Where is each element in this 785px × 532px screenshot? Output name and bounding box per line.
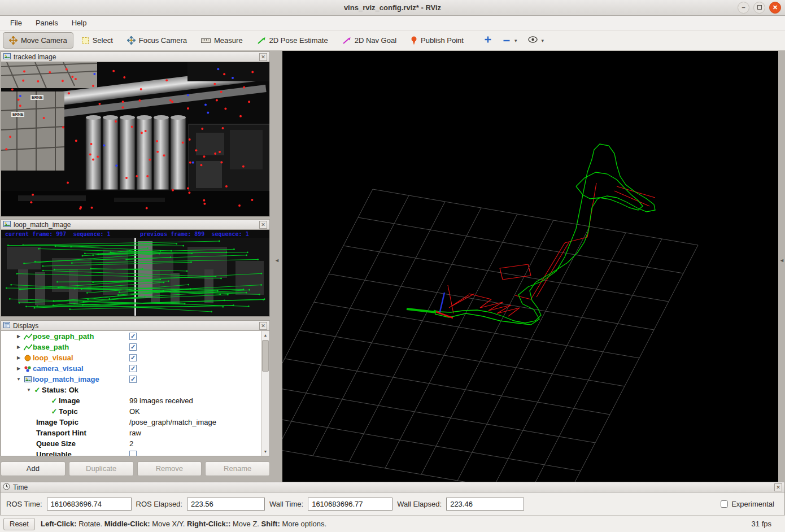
menu-panels[interactable]: Panels: [30, 17, 64, 29]
scroll-down-button[interactable]: ▼: [261, 447, 269, 456]
markers-display-icon: [23, 365, 33, 372]
help-bold: Middle-Click:: [104, 520, 150, 528]
path-display-icon: [23, 344, 33, 351]
wall-time-field[interactable]: [308, 498, 393, 511]
close-panel-button[interactable]: ✕: [774, 483, 782, 491]
expand-arrow-icon[interactable]: ▶: [15, 334, 23, 339]
remove-button[interactable]: Remove: [137, 461, 202, 476]
nav-goal-arrow-icon: [342, 37, 351, 45]
displays-panel: Displays ✕ ▶ pose_graph_path ✓ ▶ base_pa…: [1, 320, 270, 456]
image-display-icon: [23, 376, 33, 382]
scrollbar-thumb[interactable]: [262, 340, 269, 372]
check-icon: ✓: [130, 355, 136, 361]
tool-2d-nav-goal[interactable]: 2D Nav Goal: [336, 32, 403, 49]
queue-size-row[interactable]: Queue Size 2: [1, 438, 252, 449]
tool-move-camera[interactable]: Move Camera: [3, 32, 73, 49]
help-text: Rotate.: [77, 520, 104, 528]
tool-label: Focus Camera: [139, 36, 187, 45]
display-label: pose_graph_path: [33, 332, 94, 341]
display-checkbox[interactable]: ✓: [129, 354, 137, 361]
tool-2d-pose-estimate[interactable]: 2D Pose Estimate: [251, 32, 334, 49]
eye-icon: [528, 36, 538, 45]
display-checkbox[interactable]: ✓: [129, 333, 137, 340]
tool-label: Measure: [214, 36, 243, 45]
ros-time-field[interactable]: [47, 498, 132, 511]
unreliable-row-clipped[interactable]: Unreliable: [1, 449, 252, 456]
property-value[interactable]: raw: [129, 429, 141, 437]
duplicate-button[interactable]: Duplicate: [69, 461, 134, 476]
minimize-icon: –: [742, 4, 745, 11]
collapse-right-panel-button[interactable]: ◄: [779, 258, 784, 263]
help-text: Move Z.: [230, 520, 261, 528]
display-checkbox[interactable]: ✓: [129, 365, 137, 372]
minus-icon: [503, 36, 511, 45]
tool-measure[interactable]: Measure: [195, 32, 249, 49]
viewport-3d[interactable]: [282, 51, 778, 482]
tracked-image-header[interactable]: tracked image ✕: [1, 51, 270, 62]
time-header[interactable]: Time ✕: [0, 482, 785, 492]
experimental-checkbox[interactable]: [721, 500, 728, 508]
check-icon: ✓: [130, 365, 136, 372]
remove-tool-button[interactable]: ▾: [498, 33, 522, 48]
displays-header[interactable]: Displays ✕: [1, 320, 270, 331]
status-topic-row[interactable]: ✓ Topic OK: [1, 406, 252, 417]
expand-arrow-icon[interactable]: ▶: [15, 366, 23, 371]
tool-properties-button[interactable]: ▾: [524, 33, 549, 48]
minimize-button[interactable]: –: [738, 2, 749, 14]
displays-tree: ▶ pose_graph_path ✓ ▶ base_path ✓ ▶ loop…: [1, 331, 270, 456]
property-checkbox[interactable]: [129, 451, 137, 456]
display-label: camera_visual: [33, 364, 84, 373]
display-checkbox[interactable]: ✓: [129, 376, 137, 383]
help-bold: Left-Click:: [41, 520, 77, 528]
transport-hint-row[interactable]: Transport Hint raw: [1, 428, 252, 438]
tool-label: 2D Pose Estimate: [269, 36, 328, 45]
collapse-arrow-icon[interactable]: ▼: [25, 387, 33, 393]
status-row[interactable]: ▼ ✓ Status: Ok: [1, 385, 252, 395]
tool-publish-point[interactable]: Publish Point: [404, 32, 470, 49]
help-bold: Right-Click::: [187, 520, 230, 528]
titlebar[interactable]: vins_rviz_config.rviz* - RViz – ✕: [0, 0, 785, 16]
tracked-image-canvas: [1, 62, 269, 216]
expand-arrow-icon[interactable]: ▶: [15, 355, 23, 360]
close-panel-button[interactable]: ✕: [259, 221, 267, 229]
ros-elapsed-field[interactable]: [187, 498, 265, 511]
rename-button[interactable]: Rename: [205, 461, 270, 476]
status-image-row[interactable]: ✓ Image 99 images received: [1, 395, 252, 406]
viewport-canvas: [282, 51, 778, 482]
displays-buttons: Add Duplicate Remove Rename: [1, 461, 270, 476]
display-row-base-path[interactable]: ▶ base_path ✓: [1, 342, 252, 352]
tracked-image-view: ERNE ERNE: [1, 62, 270, 217]
property-value[interactable]: /pose_graph/match_image: [129, 418, 216, 426]
close-button[interactable]: ✕: [769, 2, 781, 14]
display-checkbox[interactable]: ✓: [129, 343, 137, 351]
display-row-loop-visual[interactable]: ▶ loop_visual ✓: [1, 352, 252, 363]
display-row-pose-graph-path[interactable]: ▶ pose_graph_path ✓: [1, 331, 252, 342]
image-panel-icon: [3, 53, 11, 61]
image-topic-row[interactable]: Image Topic /pose_graph/match_image: [1, 417, 252, 428]
property-value[interactable]: 2: [129, 439, 133, 448]
maximize-button[interactable]: [753, 2, 765, 14]
display-row-camera-visual[interactable]: ▶ camera_visual ✓: [1, 363, 252, 374]
status-label: Status: Ok: [42, 386, 78, 394]
scroll-up-button[interactable]: ▲: [261, 331, 269, 339]
statusbar: Reset Left-Click: Rotate. Middle-Click: …: [0, 515, 785, 532]
expand-arrow-icon[interactable]: ▶: [15, 345, 23, 350]
loop-match-image-header[interactable]: loop_match_image ✕: [1, 219, 270, 230]
collapse-left-panel-button[interactable]: ◄: [274, 258, 280, 263]
panel-title: tracked image: [14, 53, 256, 61]
collapse-arrow-icon[interactable]: ▼: [15, 377, 23, 382]
menu-help[interactable]: Help: [66, 17, 93, 29]
close-panel-button[interactable]: ✕: [259, 53, 267, 61]
close-panel-button[interactable]: ✕: [259, 322, 267, 330]
add-tool-button[interactable]: [479, 32, 496, 49]
tree-scrollbar[interactable]: ▲ ▼: [261, 331, 269, 456]
add-button[interactable]: Add: [1, 461, 66, 476]
tool-focus-camera[interactable]: Focus Camera: [121, 32, 193, 49]
focus-camera-icon: [127, 36, 136, 45]
close-icon: ✕: [261, 323, 265, 329]
reset-button[interactable]: Reset: [3, 518, 35, 530]
wall-elapsed-field[interactable]: [446, 498, 524, 511]
display-row-loop-match-image[interactable]: ▼ loop_match_image ✓: [1, 374, 252, 385]
menu-file[interactable]: File: [5, 17, 28, 29]
tool-select[interactable]: Select: [75, 32, 119, 49]
